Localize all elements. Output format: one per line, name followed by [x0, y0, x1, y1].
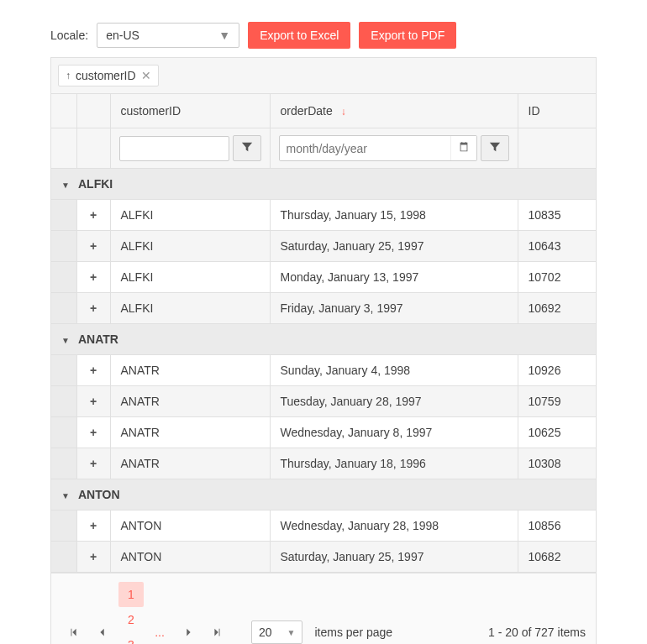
plus-icon[interactable]: +	[90, 426, 97, 439]
cell-id: 10625	[518, 417, 596, 448]
plus-icon[interactable]: +	[90, 270, 97, 284]
cell-orderdate: Thursday, January 18, 1996	[270, 448, 518, 479]
table-row: +ALFKIMonday, January 13, 199710702	[51, 262, 596, 293]
detail-expand-cell[interactable]: +	[76, 417, 110, 448]
plus-icon[interactable]: +	[90, 301, 97, 315]
caret-down-icon: ▼	[287, 628, 296, 637]
calendar-icon	[458, 141, 470, 153]
close-icon[interactable]: ✕	[141, 69, 151, 82]
cell-customerid: ALFKI	[110, 293, 270, 324]
caret-down-icon: ▼	[218, 29, 230, 42]
filter-cell-id	[518, 128, 596, 169]
group-chip-label: customerID	[76, 69, 136, 82]
plus-icon[interactable]: +	[90, 457, 97, 470]
pager-page-button[interactable]: 3	[118, 632, 144, 644]
group-key: ANATR	[78, 332, 118, 346]
cell-id: 10308	[518, 448, 596, 479]
locale-label: Locale:	[50, 29, 88, 42]
filter-input-orderdate[interactable]	[280, 137, 450, 160]
cell-customerid: ANTON	[110, 510, 270, 542]
filter-cell-empty2	[76, 128, 110, 169]
pager-first-button[interactable]	[61, 620, 87, 644]
detail-expand-cell[interactable]: +	[76, 448, 110, 479]
table-row: +ANATRWednesday, January 8, 199710625	[51, 417, 596, 448]
cell-orderdate: Monday, January 13, 1997	[270, 262, 518, 293]
filter-button-customerid[interactable]	[233, 135, 261, 161]
cell-orderdate: Saturday, January 25, 1997	[270, 542, 518, 573]
cell-orderdate: Saturday, January 25, 1997	[270, 231, 518, 262]
group-panel[interactable]: ↑ customerID ✕	[51, 58, 596, 94]
cell-id: 10692	[518, 293, 596, 324]
pager-prev-button[interactable]	[90, 620, 115, 644]
export-pdf-button[interactable]: Export to PDF	[359, 22, 456, 49]
collapse-icon[interactable]: ▼	[61, 491, 71, 500]
cell-id: 10759	[518, 386, 596, 417]
collapse-icon[interactable]: ▼	[61, 336, 71, 345]
group-key: ANTON	[78, 488, 120, 501]
group-key: ALFKI	[78, 177, 113, 191]
first-page-icon	[68, 626, 80, 638]
collapse-icon[interactable]: ▼	[61, 181, 71, 190]
cell-orderdate: Thursday, January 15, 1998	[270, 200, 518, 231]
cell-orderdate: Wednesday, January 8, 1997	[270, 417, 518, 448]
plus-icon[interactable]: +	[90, 239, 97, 253]
header-customerid[interactable]: customerID	[110, 94, 270, 128]
cell-customerid: ALFKI	[110, 231, 270, 262]
group-row[interactable]: ▼ALFKI	[51, 169, 596, 200]
data-grid: ↑ customerID ✕ customerID orderDate ↓ ID	[50, 57, 597, 644]
detail-expand-cell[interactable]: +	[76, 262, 110, 293]
plus-icon[interactable]: +	[90, 208, 97, 222]
pager-last-button[interactable]	[204, 620, 229, 644]
group-indent-cell	[51, 542, 76, 573]
detail-expand-cell[interactable]: +	[76, 200, 110, 231]
detail-expand-cell[interactable]: +	[76, 510, 110, 542]
pager-ellipsis[interactable]: ...	[147, 626, 172, 639]
header-detail-expand	[76, 94, 110, 128]
detail-expand-cell[interactable]: +	[76, 386, 110, 417]
group-row[interactable]: ▼ANATR	[51, 324, 596, 355]
group-indent-cell	[51, 448, 76, 479]
cell-id: 10643	[518, 231, 596, 262]
next-page-icon	[182, 626, 194, 638]
table-row: +ALFKIFriday, January 3, 199710692	[51, 293, 596, 324]
cell-customerid: ANATR	[110, 355, 270, 386]
group-indent-cell	[51, 262, 76, 293]
plus-icon[interactable]: +	[90, 364, 97, 377]
grid-table: customerID orderDate ↓ ID	[51, 94, 596, 573]
detail-expand-cell[interactable]: +	[76, 542, 110, 573]
plus-icon[interactable]: +	[90, 550, 97, 563]
group-row[interactable]: ▼ANTON	[51, 479, 596, 510]
calendar-button[interactable]	[450, 136, 476, 160]
group-indent-cell	[51, 510, 76, 542]
group-indent-cell	[51, 386, 76, 417]
page-size-select[interactable]: 20 ▼	[251, 620, 302, 644]
table-row: +ANATRSunday, January 4, 199810926	[51, 355, 596, 386]
detail-expand-cell[interactable]: +	[76, 231, 110, 262]
cell-orderdate: Sunday, January 4, 1998	[270, 355, 518, 386]
header-row: customerID orderDate ↓ ID	[51, 94, 596, 128]
group-indent-cell	[51, 355, 76, 386]
pager-next-button[interactable]	[176, 620, 201, 644]
pager-page-button[interactable]: 1	[118, 582, 144, 607]
detail-expand-cell[interactable]: +	[76, 293, 110, 324]
export-excel-button[interactable]: Export to Excel	[248, 22, 350, 49]
page-size-value: 20	[259, 626, 272, 639]
group-chip-customerid[interactable]: ↑ customerID ✕	[58, 65, 159, 86]
cell-customerid: ANTON	[110, 542, 270, 573]
last-page-icon	[211, 626, 223, 638]
plus-icon[interactable]: +	[90, 519, 97, 532]
plus-icon[interactable]: +	[90, 395, 97, 408]
cell-customerid: ANATR	[110, 417, 270, 448]
header-id[interactable]: ID	[518, 94, 596, 128]
pager-page-button[interactable]: 2	[118, 607, 144, 632]
header-orderdate[interactable]: orderDate ↓	[270, 94, 518, 128]
cell-id: 10835	[518, 200, 596, 231]
detail-expand-cell[interactable]: +	[76, 355, 110, 386]
filter-input-customerid[interactable]	[119, 136, 229, 161]
table-row: +ANTONSaturday, January 25, 199710682	[51, 542, 596, 573]
locale-select[interactable]: en-US ▼	[97, 23, 239, 48]
cell-customerid: ALFKI	[110, 200, 270, 231]
cell-id: 10682	[518, 542, 596, 573]
cell-orderdate: Tuesday, January 28, 1997	[270, 386, 518, 417]
filter-button-orderdate[interactable]	[481, 135, 509, 161]
